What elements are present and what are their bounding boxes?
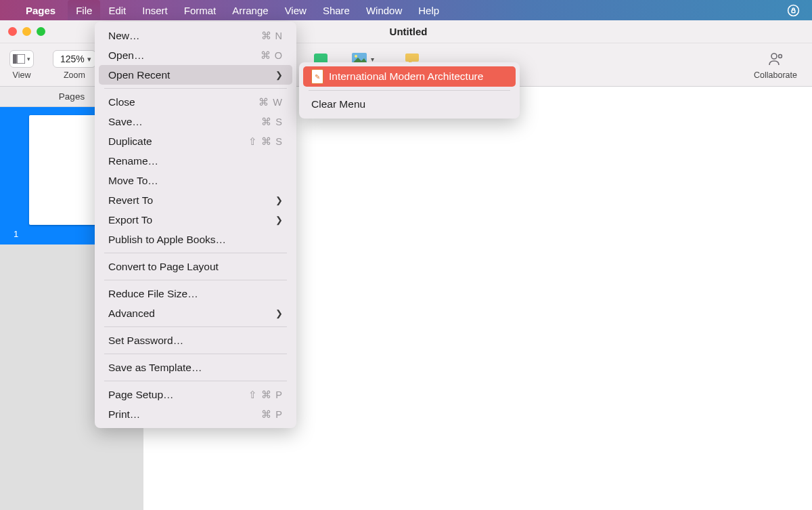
window-close-button[interactable] (8, 27, 17, 36)
file-export-to[interactable]: Export To❯ (99, 210, 292, 230)
chevron-right-icon: ❯ (275, 215, 283, 225)
toolbar-collaborate[interactable]: Collaborate (744, 43, 812, 86)
svg-rect-3 (17, 54, 25, 64)
toolbar-zoom-label: Zoom (64, 70, 85, 80)
window-zoom-button[interactable] (37, 27, 45, 36)
file-save-template[interactable]: Save as Template… (99, 358, 292, 377)
window-traffic-lights (8, 27, 45, 36)
menu-separator (104, 253, 287, 253)
svg-point-14 (355, 55, 357, 58)
file-set-password[interactable]: Set Password… (99, 331, 292, 350)
file-convert-layout[interactable]: Convert to Page Layout (99, 257, 292, 276)
recent-clear-menu[interactable]: Clear Menu (303, 94, 516, 114)
toolbar-view-label: View (13, 70, 31, 80)
page-number: 1 (14, 229, 18, 239)
file-open-recent[interactable]: Open Recent❯ (99, 65, 292, 85)
chevron-right-icon: ❯ (275, 308, 283, 318)
toolbar-collaborate-label: Collaborate (754, 70, 797, 80)
lock-icon[interactable] (787, 4, 800, 17)
file-rename[interactable]: Rename… (99, 151, 292, 171)
file-open[interactable]: Open…⌘ O (99, 45, 292, 65)
menu-window[interactable]: Window (358, 0, 410, 20)
file-page-setup[interactable]: Page Setup…⇧ ⌘ P (99, 385, 292, 404)
toolbar-view[interactable]: ▾ View (0, 43, 43, 86)
file-advanced[interactable]: Advanced❯ (99, 303, 292, 323)
svg-rect-2 (13, 54, 16, 64)
svg-rect-15 (405, 54, 419, 62)
menu-separator (309, 90, 510, 91)
recent-doc-item[interactable]: ✎ International Modern Architecture (303, 66, 516, 87)
file-duplicate[interactable]: Duplicate⇧ ⌘ S (99, 131, 292, 151)
menu-separator (104, 354, 287, 354)
recent-doc-label: International Modern Architecture (329, 70, 483, 83)
file-close[interactable]: Close⌘ W (99, 92, 292, 112)
file-revert-to[interactable]: Revert To❯ (99, 190, 292, 210)
file-reduce-size[interactable]: Reduce File Size… (99, 284, 292, 303)
file-move-to[interactable]: Move To… (99, 171, 292, 190)
open-recent-submenu: ✎ International Modern Architecture Clea… (299, 62, 520, 119)
file-new[interactable]: New…⌘ N (99, 26, 292, 45)
svg-rect-1 (792, 9, 795, 12)
menu-separator (104, 326, 287, 327)
menu-arrange[interactable]: Arrange (224, 0, 276, 20)
menu-help[interactable]: Help (410, 0, 447, 20)
window-minimize-button[interactable] (22, 27, 31, 36)
menu-insert[interactable]: Insert (134, 0, 176, 20)
menu-format[interactable]: Format (176, 0, 225, 20)
menu-separator (104, 280, 287, 280)
menu-file[interactable]: File (68, 0, 100, 20)
menu-view[interactable]: View (277, 0, 315, 20)
chevron-right-icon: ❯ (275, 70, 283, 80)
svg-point-16 (771, 54, 777, 59)
menu-share[interactable]: Share (315, 0, 358, 20)
file-publish[interactable]: Publish to Apple Books… (99, 230, 292, 249)
menu-edit[interactable]: Edit (100, 0, 134, 20)
menu-separator (104, 88, 287, 89)
menu-separator (104, 381, 287, 381)
pages-document-icon: ✎ (311, 69, 323, 84)
file-save[interactable]: Save…⌘ S (99, 112, 292, 131)
file-menu: New…⌘ N Open…⌘ O Open Recent❯ Close⌘ W S… (95, 22, 296, 428)
chevron-down-icon: ▾ (27, 56, 30, 62)
zoom-value: 125% (60, 54, 85, 64)
app-menu[interactable]: Pages (26, 5, 55, 16)
file-print[interactable]: Print…⌘ P (99, 404, 292, 424)
chevron-down-icon: ▾ (87, 55, 91, 64)
chevron-right-icon: ❯ (275, 195, 283, 205)
system-menubar: Pages File Edit Insert Format Arrange Vi… (0, 0, 812, 20)
